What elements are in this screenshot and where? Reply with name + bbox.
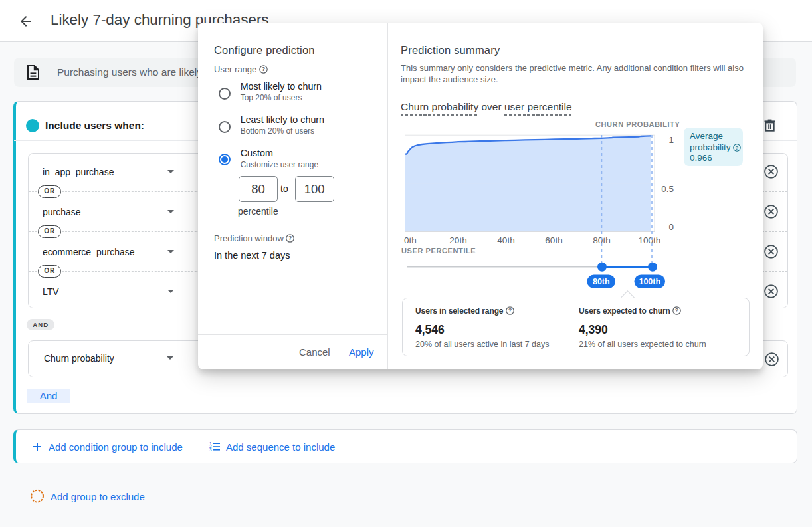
svg-text:100th: 100th <box>639 277 660 286</box>
svg-text:0.5: 0.5 <box>661 184 674 194</box>
svg-text:80th: 80th <box>593 277 610 286</box>
svg-text:?: ? <box>508 307 512 314</box>
svg-text:0: 0 <box>668 222 674 232</box>
svg-text:3: 3 <box>209 447 212 451</box>
svg-text:100th: 100th <box>639 235 661 245</box>
svg-text:40th: 40th <box>497 235 514 245</box>
svg-text:?: ? <box>736 144 739 150</box>
svg-text:?: ? <box>288 235 292 241</box>
svg-text:1: 1 <box>668 135 674 145</box>
svg-text:?: ? <box>675 307 678 314</box>
svg-text:60th: 60th <box>545 235 562 245</box>
svg-text:0th: 0th <box>404 235 417 245</box>
svg-text:20th: 20th <box>449 235 466 245</box>
svg-text:CHURN PROBABILITY: CHURN PROBABILITY <box>595 120 680 128</box>
svg-text:?: ? <box>262 66 265 72</box>
svg-text:USER PERCENTILE: USER PERCENTILE <box>401 247 476 255</box>
